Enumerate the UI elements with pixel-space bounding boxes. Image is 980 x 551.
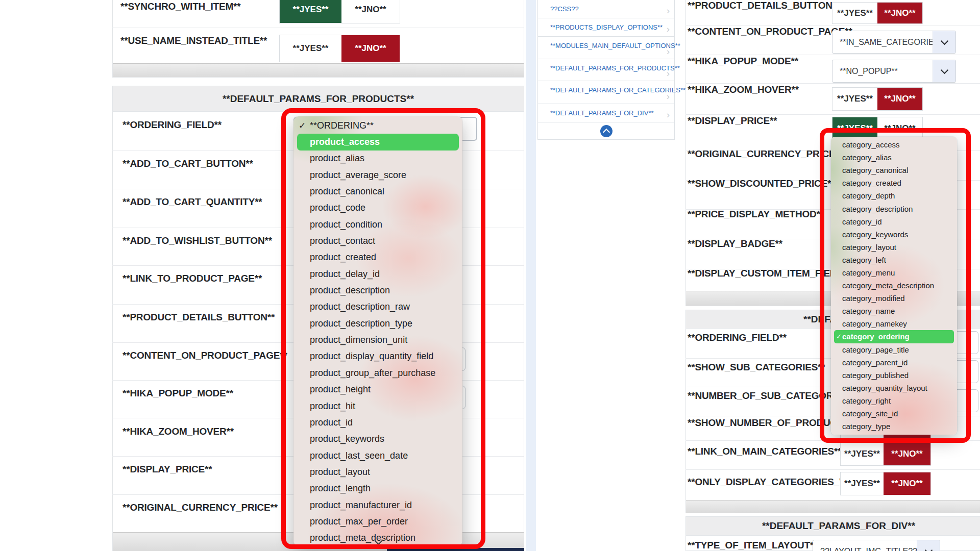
dropdown-item[interactable]: category_canonical xyxy=(831,164,957,177)
no-button[interactable]: **JNO** xyxy=(877,3,922,23)
synchro-with-item-toggle: **JYES** **JNO** xyxy=(279,0,400,23)
dropdown-item[interactable]: ✓ category_ordering xyxy=(834,330,954,343)
bottom-toolbar-edge xyxy=(387,548,524,551)
no-button[interactable]: **JNO** xyxy=(341,0,400,23)
no-button[interactable]: **JNO** xyxy=(341,35,400,62)
row-label: **LINK_ON_MAIN_CATEGORIES** xyxy=(688,446,841,457)
hika-popup-mode-select[interactable]: **NO_POPUP** xyxy=(832,60,956,83)
dropdown-item[interactable]: product_code xyxy=(293,200,462,216)
dropdown-item[interactable]: category_right xyxy=(831,394,957,407)
dropdown-item[interactable]: product_hit xyxy=(293,398,462,414)
dropdown-item[interactable]: product_delay_id xyxy=(293,266,462,282)
row-label: **PRODUCT_DETAILS_BUTTON** xyxy=(688,0,840,11)
dropdown-item[interactable]: product_last_seen_date xyxy=(293,447,462,464)
dropdown-item[interactable]: category_depth xyxy=(831,189,957,202)
row-label: **DISPLAY_BADGE** xyxy=(688,238,782,249)
dropdown-item[interactable]: category_parent_id xyxy=(831,356,957,369)
dropdown-item[interactable]: category_site_id xyxy=(831,407,957,420)
dropdown-item[interactable]: category_created xyxy=(831,177,957,189)
yes-button[interactable]: **JYES** xyxy=(832,88,877,110)
row-label: **ONLY_DISPLAY_CATEGORIES_WITH_PR xyxy=(688,477,840,488)
dropdown-item[interactable]: product_contact xyxy=(293,233,462,249)
yes-button[interactable]: **JYES** xyxy=(280,35,341,62)
options-page: **SYNCHRO_WITH_ITEM** **JYES** **JNO** *… xyxy=(0,0,980,551)
dropdown-item[interactable]: category_meta_description xyxy=(831,279,957,292)
dropdown-item[interactable]: category_layout xyxy=(831,241,957,254)
dropdown-item[interactable]: category_published xyxy=(831,369,957,382)
no-button[interactable]: **JNO** xyxy=(877,88,922,110)
dropdown-item[interactable]: product_average_score xyxy=(293,167,462,183)
dropdown-item[interactable]: category_type xyxy=(831,420,957,433)
dropdown-item[interactable]: category_alias xyxy=(831,151,957,164)
chevron-up-icon xyxy=(602,128,609,135)
row-divider xyxy=(685,440,980,441)
dropdown-item[interactable]: product_length xyxy=(293,481,462,497)
yes-button[interactable]: **JYES** xyxy=(832,3,877,23)
nav-footer xyxy=(538,122,674,139)
dropdown-item[interactable]: product_canonical xyxy=(293,183,462,199)
row-label: **ORIGINAL_CURRENCY_PRICE** xyxy=(122,502,278,513)
dropdown-item[interactable]: category_menu xyxy=(831,266,957,279)
link-on-main-categories-toggle: **JYES** **JNO** xyxy=(840,442,931,466)
dropdown-item[interactable]: category_quantity_layout xyxy=(831,382,957,394)
yes-button[interactable]: **JYES** xyxy=(841,443,884,465)
dropdown-item[interactable]: product_group_after_purchase xyxy=(293,365,462,381)
dropdown-item[interactable]: product_description_type xyxy=(293,315,462,332)
dropdown-item[interactable]: product_keywords xyxy=(293,431,462,447)
dropdown-item[interactable]: product_description xyxy=(293,282,462,298)
yes-button[interactable]: **JYES** xyxy=(841,472,884,495)
dropdown-item[interactable]: ✓ **ORDERING** xyxy=(293,117,462,134)
nav-item-css[interactable]: ??CSS?? › xyxy=(538,0,674,18)
dropdown-item[interactable]: product_layout xyxy=(293,464,462,480)
row-divider xyxy=(685,55,980,55)
chevron-right-icon: › xyxy=(667,93,670,100)
no-button[interactable]: **JNO** xyxy=(884,472,930,495)
type-of-item-layout-select[interactable]: ??LAYOUT_IMG_TITLE?? xyxy=(813,540,940,551)
dropdown-item[interactable]: product_alias xyxy=(293,151,462,167)
dropdown-item[interactable]: category_id xyxy=(831,215,957,228)
dropdown-item[interactable]: category_modified xyxy=(831,292,957,305)
dropdown-item[interactable]: product_id xyxy=(293,414,462,431)
dropdown-item[interactable]: category_keywords xyxy=(831,228,957,241)
row-label: **HIKA_ZOOM_HOVER** xyxy=(688,84,799,95)
dropdown-item[interactable]: category_left xyxy=(831,254,957,266)
dropdown-item[interactable]: product_height xyxy=(293,382,462,398)
nav-item-modules-main-default-options[interactable]: **MODULES_MAIN_DEFAULT_OPTIONS** › xyxy=(538,37,674,59)
nav-item-default-params-for-products[interactable]: **DEFAULT_PARAMS_FOR_PRODUCTS** › xyxy=(538,59,674,81)
dropdown-item[interactable]: product_display_quantity_field xyxy=(293,348,462,365)
dropdown-item[interactable]: product_dimension_unit xyxy=(293,332,462,348)
chevron-right-icon: › xyxy=(667,7,670,14)
nav-item-default-params-for-categories[interactable]: **DEFAULT_PARAMS_FOR_CATEGORIES** › xyxy=(538,81,674,104)
dropdown-item[interactable]: product_condition xyxy=(293,216,462,233)
row-label: **ORDERING_FIELD** xyxy=(688,332,787,343)
dropdown-item[interactable]: category_name xyxy=(831,305,957,317)
row-label: **SHOW_SUB_CATEGORIES** xyxy=(688,362,825,373)
content-on-product-page-select[interactable]: **IN_SAME_CATEGORIES** xyxy=(832,31,956,54)
row-label: **PRICE_DISPLAY_METHOD** xyxy=(688,209,824,220)
dropdown-item[interactable]: product_access xyxy=(297,134,459,150)
panel-divider xyxy=(526,0,536,551)
nav-item-products-display-options[interactable]: **PRODUCTS_DISPLAY_OPTIONS** › xyxy=(538,18,674,37)
dropdown-item[interactable]: product_manufacturer_id xyxy=(293,497,462,513)
yes-button[interactable]: **JYES** xyxy=(280,0,341,23)
no-button[interactable]: **JNO** xyxy=(884,443,930,465)
row-label: **CONTENT_ON_PRODUCT_PAGE** xyxy=(688,26,852,37)
only-display-categories-with-products-toggle: **JYES** **JNO** xyxy=(840,472,931,495)
dropdown-item[interactable]: category_page_title xyxy=(831,343,957,356)
chevron-right-icon: › xyxy=(667,111,670,118)
row-label: **LINK_TO_PRODUCT_PAGE** xyxy=(122,273,262,284)
dropdown-item[interactable]: category_description xyxy=(831,202,957,215)
nav-item-default-params-for-div[interactable]: **DEFAULT_PARAMS_FOR_DIV** › xyxy=(538,104,674,122)
section-header: **DEFAULT_PARAMS_FOR_PRODUCTS** xyxy=(113,86,524,112)
row-label: **HIKA_ZOOM_HOVER** xyxy=(122,426,234,437)
scroll-top-button[interactable] xyxy=(600,125,612,137)
product-details-button-toggle: **JYES** **JNO** xyxy=(832,2,923,24)
row-label: **ORDERING_FIELD** xyxy=(122,119,222,131)
dropdown-item[interactable]: product_created xyxy=(293,249,462,266)
dropdown-item[interactable]: product_max_per_order xyxy=(293,513,462,530)
checkmark-icon: ✓ xyxy=(836,333,842,340)
dropdown-item[interactable]: product_description_raw xyxy=(293,299,462,315)
dropdown-item[interactable]: category_namekey xyxy=(831,317,957,330)
row-divider xyxy=(685,114,980,115)
dropdown-item[interactable]: category_access xyxy=(831,138,957,151)
